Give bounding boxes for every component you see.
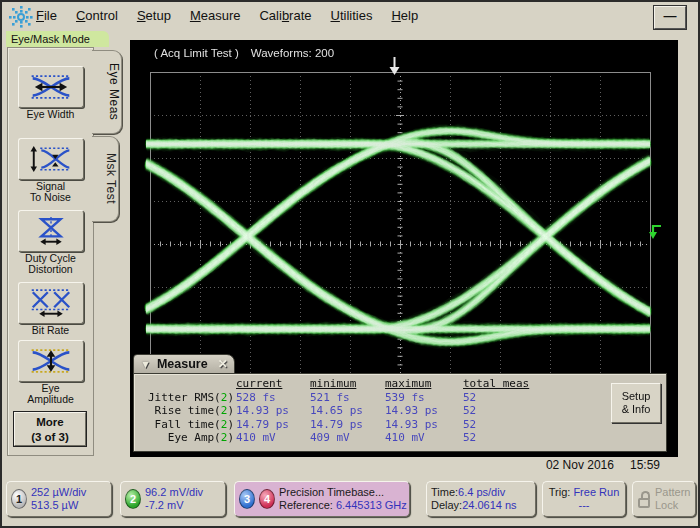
reference-label: Reference: [279,499,333,511]
tab-eye-meas[interactable]: Eye Meas [92,50,122,134]
label: Lock [655,499,690,512]
channel-4-badge: 4 [259,489,275,509]
menu-file[interactable]: File [36,8,57,23]
channel-marker-icon[interactable] [647,223,663,241]
trig-line: Trig: Free Run [549,486,620,499]
col-current: current [236,377,310,391]
channel-2-badge: 2 [125,489,141,509]
eye-amplitude-icon [29,347,73,375]
agilent-logo-icon [8,5,34,29]
menu-help[interactable]: Help [391,8,418,23]
waveforms-count: Waveforms: 200 [251,47,334,59]
reference-line: Reference: 6.445313 GHz [279,499,407,512]
signal-to-noise-button[interactable] [18,138,84,180]
setup-info-button[interactable]: Setup & Info [611,383,661,423]
cell-total: 52 [463,404,541,418]
setup-label2: & Info [612,403,660,416]
trigger-marker-icon[interactable] [388,57,401,76]
offset-value: 513.5 µW [31,499,86,512]
time-scale-button[interactable]: Time:6.4 ps/div Delay:24.0614 ns [426,481,536,517]
acquisition-status: ( Acq Limit Test ) Waveforms: 200 [154,47,334,59]
channel-1-readout: 252 µW/div 513.5 µW [31,486,86,512]
cell-maximum: 539 fs [385,391,463,405]
channel-1-badge: 1 [11,489,27,509]
more-button[interactable]: More (3 of 3) [14,412,86,446]
label: F [36,8,44,23]
acq-limit-label: ( Acq Limit Test ) [154,47,239,59]
lock-icon [637,491,651,507]
precision-timebase-button[interactable]: 3 4 Precision Timebase... Reference: 6.4… [234,481,410,517]
pattern-lock-label: Pattern Lock [655,486,690,512]
datetime: 02 Nov 201615:59 [546,458,660,472]
time-label: 15:59 [630,458,660,472]
time-value: 6.4 ps/div [458,486,505,498]
minimize-button[interactable]: — [654,6,686,29]
cell-total: 52 [463,391,541,405]
label: ) [227,404,234,417]
collapse-icon[interactable]: ▼ [140,359,151,370]
scale-value: 252 µW/div [31,486,86,499]
cell-current: 528 fs [236,391,310,405]
time-line: Time:6.4 ps/div [431,486,517,499]
duty-cycle-distortion-button[interactable] [18,210,84,252]
channel-1-button[interactable]: 1 252 µW/div 513.5 µW [6,481,112,517]
date-label: 02 Nov 2016 [546,458,614,472]
label: U [331,8,340,23]
label: ) [227,391,234,404]
cell-current: 14.93 ps [236,404,310,418]
measure-panel: ▼ Measure ✕ current minimum maximum tota… [133,354,667,452]
cell-current: 410 mV [236,431,310,445]
cell-total: 52 [463,431,541,445]
cell-total: 52 [463,418,541,432]
trigger-button[interactable]: Trig: Free Run --- [542,481,626,517]
eye-amplitude-button[interactable] [18,340,84,382]
label: S [137,8,146,23]
eye-width-button[interactable] [18,66,84,108]
timebase-title: Precision Timebase... [279,486,407,499]
cell-minimum: 521 fs [310,391,385,405]
scale-value: 96.2 mV/div [145,486,203,499]
label: M [190,8,201,23]
menu-setup[interactable]: Setup [137,8,171,23]
cell-maximum: 410 mV [385,431,463,445]
tab-msk-test[interactable]: Msk Test [92,136,119,222]
delay-line: Delay:24.0614 ns [431,499,517,512]
menu-calibrate[interactable]: Calibrate [259,8,311,23]
label: easure [201,8,241,23]
cell-maximum: 14.93 ps [385,404,463,418]
menu-items: File Control Setup Measure Calibrate Uti… [36,8,418,23]
label: ile [44,8,57,23]
label: Rise time( [155,404,221,417]
table-row: Jitter RMS(2) 528 fs 521 fs 539 fs 52 [134,391,666,405]
label: ) [227,418,234,431]
channel-bar: 1 252 µW/div 513.5 µW 2 96.2 mV/div -7.2… [2,480,698,518]
eye-amplitude-label2: Amplitude [8,394,93,405]
bit-rate-button[interactable] [18,282,84,324]
menu-bar: File Control Setup Measure Calibrate Uti… [2,2,698,32]
sidebar-panel: Eye Width Signal To Noise Duty Cycle Dis… [7,47,94,456]
channel-2-button[interactable]: 2 96.2 mV/div -7.2 mV [120,481,226,517]
label: elp [401,8,418,23]
table-row: Eye Amp(2) 410 mV 409 mV 410 mV 52 [134,431,666,445]
label: H [391,8,400,23]
row-label: Jitter RMS(2) [136,391,236,405]
label: ontrol [85,8,118,23]
cell-minimum: 14.79 ps [310,418,385,432]
pattern-lock-button[interactable]: Pattern Lock [632,481,696,517]
label: tilities [340,8,373,23]
measure-panel-title: Measure [157,357,208,371]
menu-utilities[interactable]: Utilities [331,8,373,23]
time-readout: Time:6.4 ps/div Delay:24.0614 ns [431,486,517,512]
close-icon[interactable]: ✕ [218,357,228,371]
menu-control[interactable]: Control [76,8,118,23]
col-minimum: minimum [310,377,385,391]
table-row: Fall time(2) 14.79 ps 14.79 ps 14.93 ps … [134,418,666,432]
menu-measure[interactable]: Measure [190,8,241,23]
table-row: Rise time(2) 14.93 ps 14.65 ps 14.93 ps … [134,404,666,418]
measure-panel-tab[interactable]: ▼ Measure ✕ [133,354,235,374]
label: rate [289,8,311,23]
mode-label: Eye/Mask Mode [6,31,109,47]
col-total-meas: total meas [463,377,541,391]
label: etup [146,8,171,23]
setup-label: Setup [612,390,660,403]
